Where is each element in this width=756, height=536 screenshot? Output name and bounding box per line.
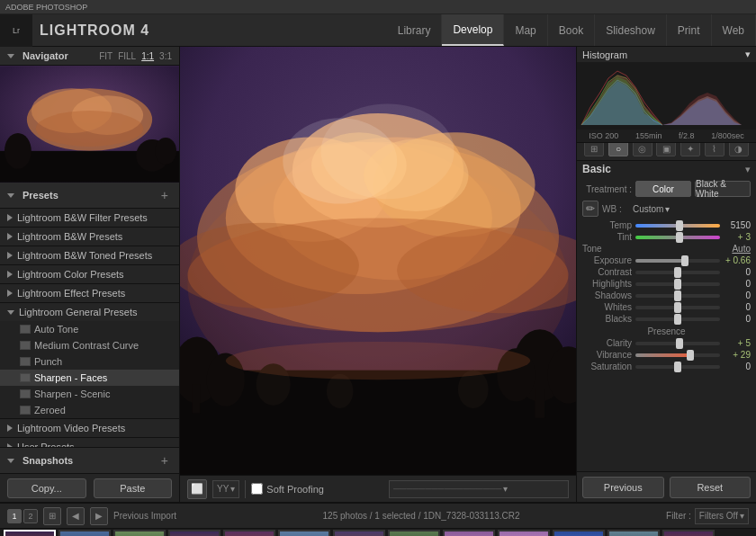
film-thumb-7[interactable] xyxy=(333,530,385,536)
tint-label: Tint xyxy=(582,232,632,242)
filter-dropdown[interactable]: Filters Off ▾ xyxy=(695,508,749,524)
preset-med-contrast[interactable]: Medium Contrast Curve xyxy=(0,337,179,353)
temp-slider[interactable] xyxy=(635,224,720,228)
preset-punch[interactable]: Punch xyxy=(0,353,179,370)
preset-group-video-header[interactable]: Lightroom Video Presets xyxy=(0,419,179,437)
blacks-thumb[interactable] xyxy=(674,314,681,325)
shadows-thumb[interactable] xyxy=(674,290,681,301)
presets-header[interactable]: Presets + xyxy=(0,183,179,209)
exposure-slider[interactable] xyxy=(635,259,720,263)
nav-1-1-btn[interactable]: 1:1 xyxy=(141,51,154,61)
tone-label: Tone xyxy=(582,244,602,254)
nav-map[interactable]: Map xyxy=(504,14,547,46)
nav-library[interactable]: Library xyxy=(387,14,443,46)
shadows-slider[interactable] xyxy=(635,294,720,298)
saturation-slider[interactable] xyxy=(635,365,720,369)
nav-print[interactable]: Print xyxy=(667,14,712,46)
auto-btn[interactable]: Auto xyxy=(732,244,751,254)
nav-slideshow[interactable]: Slideshow xyxy=(595,14,667,46)
film-thumb-4[interactable] xyxy=(168,530,220,536)
preset-group-general-label: Lightroom General Presets xyxy=(19,307,137,317)
temp-label: Temp xyxy=(582,220,632,230)
filmstrip-prev-btn[interactable]: ◀ xyxy=(67,507,85,525)
preset-group-bw-toned-header[interactable]: Lightroom B&W Toned Presets xyxy=(0,246,179,264)
nav-3-1-btn[interactable]: 3:1 xyxy=(159,51,172,61)
paste-btn[interactable]: Paste xyxy=(94,478,173,498)
vibrance-thumb[interactable] xyxy=(687,350,694,361)
nav-fit-btn[interactable]: FIT xyxy=(99,51,112,61)
clarity-slider[interactable] xyxy=(635,342,720,345)
clarity-label: Clarity xyxy=(582,338,632,348)
whites-thumb[interactable] xyxy=(674,302,681,313)
color-treatment-btn[interactable]: Color xyxy=(635,181,691,197)
film-thumb-12[interactable] xyxy=(608,530,660,536)
preset-group-general-icon xyxy=(7,310,14,315)
preset-group-bw-filter-header[interactable]: Lightroom B&W Filter Presets xyxy=(0,209,179,227)
preset-group-effect-header[interactable]: Lightroom Effect Presets xyxy=(0,284,179,302)
film-thumb-6[interactable] xyxy=(278,530,330,536)
highlights-thumb[interactable] xyxy=(674,279,681,290)
film-thumb-5[interactable] xyxy=(223,530,275,536)
snapshots-add-btn[interactable]: + xyxy=(158,451,172,469)
preset-sharpen-faces[interactable]: Sharpen - Faces xyxy=(0,370,179,386)
film-thumb-3[interactable] xyxy=(113,530,166,536)
film-thumb-9[interactable] xyxy=(443,530,495,536)
temp-slider-thumb[interactable] xyxy=(676,220,683,231)
highlights-slider[interactable] xyxy=(635,282,720,286)
tint-slider-thumb[interactable] xyxy=(676,232,683,243)
preset-group-general-header[interactable]: Lightroom General Presets xyxy=(0,303,179,321)
contrast-slider[interactable] xyxy=(635,271,720,274)
mode-dropdown[interactable]: YY ▾ xyxy=(212,480,239,498)
whites-slider[interactable] xyxy=(635,306,720,309)
nav-fill-btn[interactable]: FILL xyxy=(118,51,136,61)
histogram-header[interactable]: Histogram ▾ xyxy=(577,47,756,62)
page-2-indicator[interactable]: 2 xyxy=(23,509,38,523)
blacks-slider[interactable] xyxy=(635,317,720,321)
preset-group-user-header[interactable]: User Presets xyxy=(0,438,179,447)
page-1-indicator[interactable]: 1 xyxy=(7,509,22,523)
svg-rect-46 xyxy=(170,532,219,536)
shadows-label: Shadows xyxy=(582,290,632,300)
filmstrip-grid-btn[interactable]: ⊞ xyxy=(43,507,61,525)
preset-zeroed[interactable]: Zeroed xyxy=(0,402,179,418)
presets-add-btn[interactable]: + xyxy=(158,186,172,204)
exposure-thumb[interactable] xyxy=(681,255,688,266)
eyedropper-btn[interactable]: ✏ xyxy=(582,201,598,217)
film-thumb-11[interactable] xyxy=(553,530,605,536)
film-thumb-13[interactable] xyxy=(662,530,715,536)
film-thumb-1[interactable] xyxy=(4,530,56,536)
view-normal-btn[interactable]: ⬜ xyxy=(187,479,207,499)
preset-med-contrast-icon xyxy=(20,341,31,350)
view-options-dropdown[interactable]: ───────────────── ▾ xyxy=(389,480,569,498)
contrast-thumb[interactable] xyxy=(674,267,681,278)
wb-dropdown[interactable]: Custom ▾ xyxy=(633,204,670,214)
nav-book[interactable]: Book xyxy=(548,14,595,46)
film-thumb-2[interactable] xyxy=(58,530,111,536)
preset-auto-tone[interactable]: Auto Tone xyxy=(0,321,179,337)
preset-group-bw-header[interactable]: Lightroom B&W Presets xyxy=(0,228,179,246)
filmstrip-next-btn[interactable]: ▶ xyxy=(90,507,108,525)
soft-proofing-checkbox[interactable] xyxy=(251,483,263,495)
film-thumb-8[interactable] xyxy=(388,530,440,536)
filter-label: Filter : xyxy=(666,511,691,521)
vibrance-slider-row: Vibrance + 29 xyxy=(582,350,751,360)
nav-web[interactable]: Web xyxy=(712,14,756,46)
preset-group-color-header[interactable]: Lightroom Color Presets xyxy=(0,265,179,283)
clarity-thumb[interactable] xyxy=(676,338,683,349)
saturation-thumb[interactable] xyxy=(674,362,681,372)
film-thumb-10[interactable] xyxy=(498,530,550,536)
previous-btn[interactable]: Previous xyxy=(582,477,664,498)
tint-value: + 3 xyxy=(724,232,751,242)
saturation-value: 0 xyxy=(724,362,751,371)
svg-point-6 xyxy=(4,133,32,169)
navigator-header[interactable]: Navigator FIT FILL 1:1 3:1 xyxy=(0,47,179,66)
preset-sharpen-scenic[interactable]: Sharpen - Scenic xyxy=(0,386,179,402)
reset-btn[interactable]: Reset xyxy=(670,477,752,498)
copy-btn[interactable]: Copy... xyxy=(7,478,86,498)
bw-treatment-btn[interactable]: Black & White xyxy=(695,181,751,197)
vibrance-slider[interactable] xyxy=(635,353,720,357)
snapshots-header[interactable]: Snapshots + xyxy=(0,447,179,473)
nav-develop[interactable]: Develop xyxy=(442,14,504,46)
tint-slider[interactable] xyxy=(635,236,720,239)
svg-point-35 xyxy=(226,342,530,380)
